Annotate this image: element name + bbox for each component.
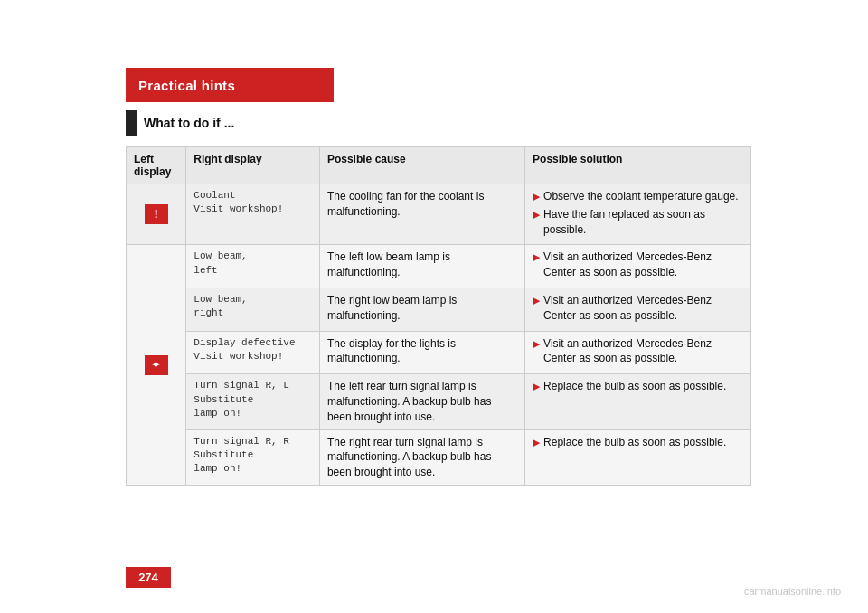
solution-item: ▶Visit an authorized Mercedes-Benz Cente… [533,336,743,367]
solution-cell: ▶Visit an authorized Mercedes-Benz Cente… [525,331,751,374]
header-banner: Practical hints [126,68,334,102]
right-display-cell: Low beam, left [186,245,320,288]
solution-text: Visit an authorized Mercedes-Benz Center… [543,336,743,367]
col-cause: Possible cause [319,147,524,184]
table-row: ✦Low beam, leftThe left low beam lamp is… [127,245,751,288]
left-display-cell: ✦ [127,245,186,486]
bullet-arrow-icon: ▶ [533,436,540,449]
diagnostic-table: Left display Right display Possible caus… [126,146,751,486]
solution-text: Visit an authorized Mercedes-Benz Center… [543,250,743,280]
table-row: Turn signal R, R Substitute lamp on!The … [127,429,751,485]
page-container: Practical hints What to do if ... Left d… [0,0,868,613]
sub-header: What to do if ... [126,110,234,136]
solution-text: Replace the bulb as soon as possible. [543,379,726,394]
solution-cell: ▶Visit an authorized Mercedes-Benz Cente… [525,288,751,331]
right-display-cell: Display defective Visit workshop! [186,331,320,374]
content-table-wrapper: Left display Right display Possible caus… [126,146,751,486]
bullet-arrow-icon: ▶ [533,190,540,203]
watermark: carmanualsonline.info [744,586,841,597]
table-row: Turn signal R, L Substitute lamp on!The … [127,374,751,429]
page-title: Practical hints [138,78,235,93]
col-solution: Possible solution [525,147,751,184]
solution-item: ▶Observe the coolant temperature gauge. [533,189,743,204]
cause-cell: The cooling fan for the coolant is malfu… [319,184,524,245]
right-display-cell: Coolant Visit workshop! [186,184,320,245]
left-display-cell: ! [127,184,186,245]
right-display-cell: Turn signal R, L Substitute lamp on! [186,374,320,429]
solution-cell: ▶Observe the coolant temperature gauge.▶… [525,184,751,245]
solution-item: ▶Visit an authorized Mercedes-Benz Cente… [533,250,743,280]
cause-cell: The left rear turn signal lamp is malfun… [319,374,524,429]
bullet-arrow-icon: ▶ [533,294,540,307]
solution-cell: ▶Replace the bulb as soon as possible. [525,374,751,429]
solution-text: Replace the bulb as soon as possible. [543,435,726,450]
cause-cell: The display for the lights is malfunctio… [319,331,524,374]
col-left-display: Left display [127,147,186,184]
cause-cell: The left low beam lamp is malfunctioning… [319,245,524,288]
solution-item: ▶Replace the bulb as soon as possible. [533,435,743,450]
cause-cell: The right rear turn signal lamp is malfu… [319,429,524,485]
page-number: 274 [126,567,171,588]
table-row: !Coolant Visit workshop!The cooling fan … [127,184,751,245]
section-title: What to do if ... [144,116,234,130]
table-row: Low beam, rightThe right low beam lamp i… [127,288,751,331]
table-header-row: Left display Right display Possible caus… [127,147,751,184]
solution-text: Observe the coolant temperature gauge. [543,189,738,204]
bullet-arrow-icon: ▶ [533,250,540,264]
bullet-arrow-icon: ▶ [533,208,540,222]
solution-item: ▶Replace the bulb as soon as possible. [533,379,743,394]
solution-text: Have the fan replaced as soon as possibl… [543,207,743,238]
solution-cell: ▶Replace the bulb as soon as possible. [525,429,751,485]
right-display-cell: Low beam, right [186,288,320,331]
bullet-arrow-icon: ▶ [533,380,540,393]
table-row: Display defective Visit workshop!The dis… [127,331,751,374]
bullet-arrow-icon: ▶ [533,337,540,351]
section-marker [126,110,137,136]
solution-text: Visit an authorized Mercedes-Benz Center… [543,293,743,324]
right-display-cell: Turn signal R, R Substitute lamp on! [186,429,320,485]
solution-item: ▶Have the fan replaced as soon as possib… [533,207,743,238]
col-right-display: Right display [186,147,320,184]
solution-item: ▶Visit an authorized Mercedes-Benz Cente… [533,293,743,324]
solution-cell: ▶Visit an authorized Mercedes-Benz Cente… [525,245,751,288]
cause-cell: The right low beam lamp is malfunctionin… [319,288,524,331]
